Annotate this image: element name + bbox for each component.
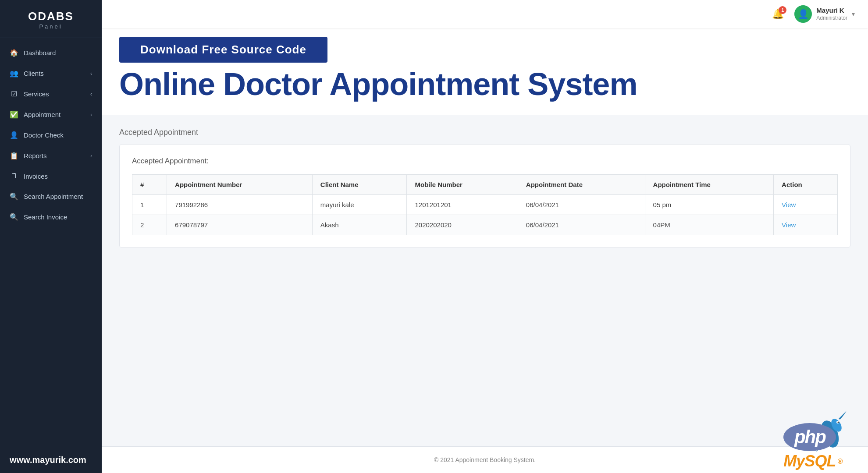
col-date: Appointment Date <box>518 175 645 195</box>
table-header-row: # Appointment Number Client Name Mobile … <box>132 175 838 195</box>
mysql-text: MySQL <box>783 452 836 470</box>
php-oval: php <box>783 423 836 451</box>
notification-bell[interactable]: 🔔 1 <box>772 8 784 20</box>
user-name: Mayuri K <box>816 6 847 15</box>
card-title: Accepted Appointment: <box>132 157 838 166</box>
sidebar-item-label: Doctor Check <box>24 131 92 139</box>
chevron-icon: ‹ <box>90 71 92 77</box>
view-link[interactable]: View <box>782 201 796 208</box>
sidebar-item-search-invoice[interactable]: 🔍 Search Invoice <box>0 207 102 227</box>
sidebar-logo: ODABS Panel <box>0 0 102 38</box>
cell-num: 2 <box>132 215 167 235</box>
sidebar-item-label: Appointment <box>24 111 85 118</box>
sidebar-nav: 🏠 Dashboard 👥 Clients ‹ ☑ Services ‹ ✅ A… <box>0 38 102 447</box>
table-row: 1 791992286 mayuri kale 1201201201 06/04… <box>132 195 838 215</box>
cell-time: 04PM <box>645 215 774 235</box>
download-badge: Download Free Source Code <box>119 37 327 63</box>
sidebar-item-label: Dashboard <box>24 49 92 56</box>
sidebar-item-reports[interactable]: 📋 Reports ‹ <box>0 145 102 166</box>
appointment-table: # Appointment Number Client Name Mobile … <box>132 174 838 235</box>
view-link[interactable]: View <box>782 221 796 229</box>
topbar-right: 🔔 1 👤 Mayuri K Administrator ▾ <box>772 5 855 23</box>
main-content: Download Free Source Code Online Doctor … <box>102 28 868 473</box>
footer: © 2021 Appoinment Booking System. <box>102 446 868 473</box>
search-invoice-icon: 🔍 <box>10 213 18 221</box>
hero-title: Online Doctor Appointment System <box>119 67 850 102</box>
appointment-icon: ✅ <box>10 110 18 119</box>
home-icon: 🏠 <box>10 49 18 57</box>
cell-mobile: 1201201201 <box>407 195 518 215</box>
sidebar-item-label: Search Invoice <box>24 213 92 221</box>
cell-appt-num: 679078797 <box>167 215 313 235</box>
services-icon: ☑ <box>10 90 18 98</box>
cell-num: 1 <box>132 195 167 215</box>
col-num: # <box>132 175 167 195</box>
sidebar-item-label: Reports <box>24 152 85 159</box>
sidebar-item-search-appointment[interactable]: 🔍 Search Appointment <box>0 186 102 207</box>
mysql-registered: ® <box>838 458 843 465</box>
col-time: Appointment Time <box>645 175 774 195</box>
php-mysql-logo-area: php MySQL ® <box>758 420 868 473</box>
user-info[interactable]: 👤 Mayuri K Administrator ▾ <box>794 5 855 23</box>
footer-text: © 2021 Appoinment Booking System. <box>434 456 536 463</box>
sidebar-item-label: Invoices <box>24 173 92 180</box>
sidebar-item-label: Clients <box>24 70 85 77</box>
doctor-icon: 👤 <box>10 131 18 139</box>
chevron-icon: ‹ <box>90 91 92 97</box>
section-title: Accepted Appointment <box>119 128 850 137</box>
cell-client: mayuri kale <box>312 195 407 215</box>
clients-icon: 👥 <box>10 69 18 78</box>
avatar: 👤 <box>794 5 812 23</box>
notification-count: 1 <box>779 6 786 14</box>
sidebar-item-dashboard[interactable]: 🏠 Dashboard <box>0 42 102 63</box>
chevron-icon: ‹ <box>90 153 92 159</box>
sidebar-bottom: www.mayurik.com <box>0 447 102 473</box>
user-role: Administrator <box>816 15 847 22</box>
cell-date: 06/04/2021 <box>518 215 645 235</box>
col-mobile: Mobile Number <box>407 175 518 195</box>
cell-appt-num: 791992286 <box>167 195 313 215</box>
cell-mobile: 2020202020 <box>407 215 518 235</box>
php-mysql-badge: php MySQL ® <box>783 423 843 470</box>
col-client: Client Name <box>312 175 407 195</box>
content-area: Accepted Appointment Accepted Appointmen… <box>102 115 868 446</box>
topbar: 🔔 1 👤 Mayuri K Administrator ▾ <box>102 0 868 28</box>
col-action: Action <box>774 175 838 195</box>
chevron-down-icon: ▾ <box>852 11 855 18</box>
cell-action[interactable]: View <box>774 195 838 215</box>
appointment-card: Accepted Appointment: # Appointment Numb… <box>119 144 850 248</box>
sidebar-item-invoices[interactable]: 🗒 Invoices <box>0 166 102 186</box>
cell-date: 06/04/2021 <box>518 195 645 215</box>
sidebar-item-label: Services <box>24 90 85 98</box>
sidebar-item-clients[interactable]: 👥 Clients ‹ <box>0 63 102 84</box>
cell-client: Akash <box>312 215 407 235</box>
hero-banner: Download Free Source Code Online Doctor … <box>102 28 868 115</box>
chevron-icon: ‹ <box>90 112 92 118</box>
brand-name: ODABS <box>4 10 97 23</box>
cell-time: 05 pm <box>645 195 774 215</box>
search-appointment-icon: 🔍 <box>10 192 18 201</box>
cell-action[interactable]: View <box>774 215 838 235</box>
user-details: Mayuri K Administrator <box>816 6 847 21</box>
panel-label: Panel <box>4 23 97 30</box>
col-appt-num: Appointment Number <box>167 175 313 195</box>
sidebar-item-label: Search Appointment <box>24 193 92 200</box>
invoices-icon: 🗒 <box>10 172 18 180</box>
website-label: www.mayurik.com <box>10 455 92 465</box>
php-text: php <box>794 427 825 448</box>
sidebar-item-appointment[interactable]: ✅ Appointment ‹ <box>0 104 102 125</box>
sidebar-item-doctor-check[interactable]: 👤 Doctor Check <box>0 125 102 145</box>
sidebar: ODABS Panel 🏠 Dashboard 👥 Clients ‹ ☑ Se… <box>0 0 102 473</box>
table-row: 2 679078797 Akash 2020202020 06/04/2021 … <box>132 215 838 235</box>
sidebar-item-services[interactable]: ☑ Services ‹ <box>0 84 102 104</box>
reports-icon: 📋 <box>10 152 18 160</box>
svg-point-3 <box>837 422 839 423</box>
mysql-text-row: MySQL ® <box>783 452 843 470</box>
